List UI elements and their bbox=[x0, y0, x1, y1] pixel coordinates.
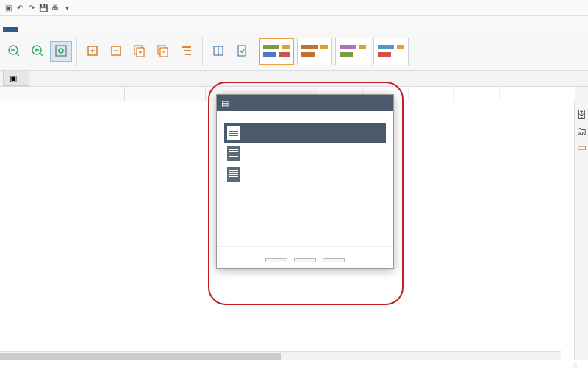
svg-rect-28 bbox=[263, 52, 276, 57]
style-item-3[interactable] bbox=[335, 38, 370, 65]
watermark-icon: ⌂ bbox=[573, 360, 578, 368]
collapse-button[interactable] bbox=[105, 42, 127, 61]
file-recovery-button[interactable] bbox=[231, 42, 253, 61]
document-icon: ▤ bbox=[221, 99, 229, 108]
svg-rect-31 bbox=[301, 45, 318, 49]
ribbon-separator bbox=[202, 37, 203, 66]
side-icon-1[interactable]: 🗄 bbox=[576, 109, 587, 121]
recovery-item[interactable] bbox=[224, 143, 386, 164]
zoom-in-icon bbox=[30, 43, 45, 58]
outline-icon bbox=[179, 43, 194, 58]
zoom-out-button[interactable] bbox=[3, 42, 25, 61]
dialog-body bbox=[217, 111, 393, 246]
save-icon[interactable]: 💾 bbox=[38, 3, 49, 13]
svg-rect-30 bbox=[279, 52, 290, 57]
svg-rect-7 bbox=[56, 46, 66, 56]
collapse-all-icon bbox=[156, 43, 171, 58]
style-item-1[interactable] bbox=[259, 38, 294, 65]
svg-rect-34 bbox=[340, 45, 356, 49]
dialog-footer bbox=[217, 246, 393, 268]
tab-help[interactable] bbox=[62, 27, 76, 32]
tab-start[interactable] bbox=[18, 27, 32, 32]
zoom-in-button[interactable] bbox=[26, 42, 49, 61]
delete-button[interactable] bbox=[294, 258, 316, 262]
svg-rect-36 bbox=[359, 45, 366, 49]
redo-icon[interactable]: ↷ bbox=[26, 3, 37, 13]
svg-rect-32 bbox=[301, 52, 315, 57]
timeline-date[interactable] bbox=[409, 87, 454, 101]
collapse-all-button[interactable] bbox=[152, 42, 174, 61]
svg-rect-27 bbox=[263, 45, 279, 49]
side-icon-2[interactable]: 🗂 bbox=[576, 125, 587, 137]
svg-rect-38 bbox=[378, 52, 391, 57]
print-icon[interactable]: 🖶 bbox=[50, 3, 60, 13]
file-icon bbox=[227, 126, 240, 140]
col-start[interactable] bbox=[125, 87, 206, 101]
document-tab-icon: ▣ bbox=[10, 74, 17, 83]
svg-rect-33 bbox=[320, 45, 328, 49]
expand-button[interactable] bbox=[82, 42, 104, 61]
set-columns-button[interactable] bbox=[207, 42, 229, 61]
style-item-4[interactable] bbox=[373, 38, 409, 65]
side-panel: 🗄 🗂 ▭ bbox=[575, 87, 588, 360]
auto-zoom-button[interactable] bbox=[50, 41, 72, 62]
expand-all-icon bbox=[132, 43, 147, 58]
style-gallery bbox=[259, 38, 409, 65]
timeline-date[interactable] bbox=[454, 87, 500, 101]
svg-line-4 bbox=[40, 53, 43, 56]
document-tab[interactable]: ▣ bbox=[3, 71, 29, 86]
tab-view[interactable] bbox=[32, 27, 47, 32]
ribbon bbox=[0, 32, 588, 71]
watermark: ⌂ bbox=[573, 357, 581, 371]
quick-access-toolbar: ▣ ↶ ↷ 💾 🖶 ▾ bbox=[3, 3, 72, 13]
file-icon bbox=[227, 146, 240, 161]
svg-rect-29 bbox=[282, 45, 290, 49]
collapse-icon bbox=[109, 43, 123, 58]
col-task[interactable] bbox=[29, 87, 125, 101]
outline-level-button[interactable] bbox=[176, 42, 198, 61]
expand-icon bbox=[85, 43, 100, 58]
document-tabs: ▣ bbox=[0, 71, 588, 87]
open-button[interactable] bbox=[265, 258, 287, 262]
ribbon-separator bbox=[76, 37, 77, 66]
columns-icon bbox=[211, 43, 226, 58]
recovery-item[interactable] bbox=[224, 123, 386, 143]
dialog-titlebar[interactable]: ▤ bbox=[217, 95, 393, 111]
menu-tabs bbox=[0, 16, 588, 32]
side-icon-3[interactable]: ▭ bbox=[577, 141, 587, 153]
delete-all-button[interactable] bbox=[323, 258, 345, 262]
svg-line-1 bbox=[16, 53, 19, 56]
app-icon: ▣ bbox=[3, 3, 13, 13]
svg-point-8 bbox=[59, 49, 63, 53]
tab-report[interactable] bbox=[47, 27, 62, 32]
tab-file[interactable] bbox=[3, 27, 18, 32]
svg-rect-26 bbox=[238, 46, 245, 56]
auto-zoom-icon bbox=[54, 43, 68, 58]
style-item-2[interactable] bbox=[297, 38, 332, 65]
horizontal-scrollbar[interactable] bbox=[0, 351, 561, 360]
recovery-file-list bbox=[224, 123, 386, 240]
file-icon bbox=[227, 167, 240, 182]
svg-rect-35 bbox=[340, 52, 353, 57]
svg-rect-39 bbox=[397, 45, 404, 49]
recovery-icon bbox=[234, 43, 249, 58]
zoom-out-icon bbox=[7, 43, 21, 58]
title-bar: ▣ ↶ ↷ 💾 🖶 ▾ bbox=[0, 0, 588, 16]
svg-rect-37 bbox=[378, 45, 394, 49]
col-id[interactable] bbox=[0, 87, 29, 101]
recovery-item[interactable] bbox=[224, 164, 386, 185]
expand-all-button[interactable] bbox=[129, 42, 151, 61]
undo-icon[interactable]: ↶ bbox=[15, 3, 25, 13]
file-recovery-dialog: ▤ bbox=[216, 94, 394, 269]
timeline-date[interactable] bbox=[500, 87, 545, 101]
qat-more-icon[interactable]: ▾ bbox=[62, 3, 72, 13]
